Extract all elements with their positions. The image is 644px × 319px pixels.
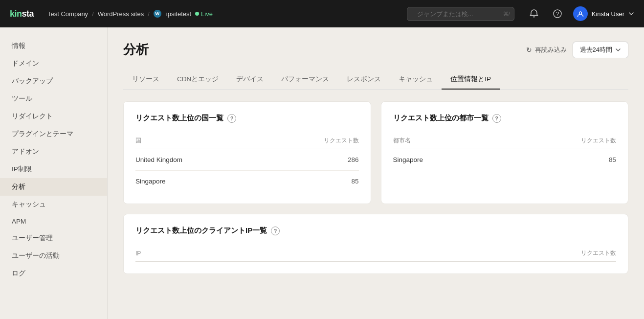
time-filter-label: 過去24時間	[580, 46, 612, 54]
reload-label: 再読み込み	[535, 46, 567, 54]
ip-card: リクエスト数上位のクライアントIP一覧 ? IP リクエスト数	[123, 214, 628, 274]
sidebar-item-backup[interactable]: バックアップ	[0, 72, 107, 90]
table-row: Singapore 85	[393, 149, 617, 171]
country-name: Singapore	[135, 171, 263, 192]
ip-table: IP リクエスト数	[135, 245, 616, 262]
sidebar-item-plugins[interactable]: プラグインとテーマ	[0, 125, 107, 143]
country-requests: 85	[263, 171, 359, 192]
sidebar-item-logs[interactable]: ログ	[0, 265, 107, 282]
city-name: Singapore	[393, 149, 496, 171]
breadcrumb-sep2: /	[148, 10, 150, 18]
page-title: 分析	[123, 41, 149, 58]
sidebar-item-ip-restriction[interactable]: IP制限	[0, 160, 107, 178]
table-row: Singapore 85	[135, 171, 359, 192]
ip-help-icon[interactable]: ?	[271, 227, 280, 235]
tab-response[interactable]: レスポンス	[338, 70, 390, 90]
city-help-icon[interactable]: ?	[492, 114, 501, 123]
global-search[interactable]: ⌘/	[407, 7, 514, 21]
user-menu[interactable]: Kinsta User	[573, 6, 634, 21]
top-cards-row: リクエスト数上位の国一覧 ? 国 リクエスト数 United Kingd	[123, 101, 628, 204]
company-name[interactable]: Test Company	[47, 10, 88, 18]
sidebar-item-addons[interactable]: アドオン	[0, 143, 107, 160]
country-table: 国 リクエスト数 United Kingdom 286 Singapore 85	[135, 133, 359, 192]
sidebar-item-tools[interactable]: ツール	[0, 90, 107, 108]
city-table: 都市名 リクエスト数 Singapore 85	[393, 133, 617, 170]
city-card: リクエスト数上位の都市一覧 ? 都市名 リクエスト数 Singapore	[381, 101, 629, 204]
city-card-title: リクエスト数上位の都市一覧 ?	[393, 114, 617, 123]
avatar	[573, 6, 588, 21]
tab-devices[interactable]: デバイス	[227, 70, 272, 90]
site-name[interactable]: ipsitetest	[166, 10, 191, 18]
tab-cdn[interactable]: CDNとエッジ	[168, 70, 227, 90]
search-input[interactable]	[417, 10, 499, 18]
tab-resources[interactable]: リソース	[123, 70, 168, 90]
main-content: 分析 ↻ 再読み込み 過去24時間 リソース CDNとエッジ デバイス パフォー…	[108, 27, 644, 319]
analytics-tabs: リソース CDNとエッジ デバイス パフォーマンス レスポンス キャッシュ 位置…	[123, 70, 628, 90]
table-row: United Kingdom 286	[135, 149, 359, 171]
live-status-badge: Live	[195, 10, 213, 18]
search-shortcut: ⌘/	[503, 11, 510, 17]
notifications-button[interactable]	[526, 6, 542, 22]
sidebar: 情報 ドメイン バックアップ ツール リダイレクト プラグインとテーマ アドオン…	[0, 27, 108, 319]
page-actions: ↻ 再読み込み 過去24時間	[526, 42, 628, 58]
topnav-icons: ? Kinsta User	[526, 6, 634, 22]
wordpress-sites-link[interactable]: WordPress sites	[98, 10, 144, 18]
sidebar-item-domain[interactable]: ドメイン	[0, 55, 107, 72]
city-requests-header: リクエスト数	[496, 133, 616, 149]
sidebar-item-user-management[interactable]: ユーザー管理	[0, 229, 107, 247]
svg-point-4	[576, 9, 585, 18]
wp-icon: W	[154, 10, 161, 18]
country-requests: 286	[263, 149, 359, 171]
ip-col-header: IP	[135, 245, 201, 262]
page-header: 分析 ↻ 再読み込み 過去24時間	[123, 41, 628, 58]
country-card: リクエスト数上位の国一覧 ? 国 リクエスト数 United Kingd	[123, 101, 371, 204]
tab-cache[interactable]: キャッシュ	[390, 70, 442, 90]
sidebar-item-analytics[interactable]: 分析	[0, 178, 107, 196]
sidebar-item-info[interactable]: 情報	[0, 37, 107, 55]
app-layout: 情報 ドメイン バックアップ ツール リダイレクト プラグインとテーマ アドオン…	[0, 27, 644, 319]
chevron-down-icon	[628, 11, 634, 17]
tab-performance[interactable]: パフォーマンス	[272, 70, 338, 90]
city-col-header: 都市名	[393, 133, 496, 149]
country-col-header: 国	[135, 133, 263, 149]
top-navigation: kinsta Test Company / WordPress sites / …	[0, 0, 644, 27]
help-button[interactable]: ?	[550, 6, 565, 22]
svg-text:?: ?	[555, 11, 559, 18]
user-name: Kinsta User	[592, 10, 624, 18]
breadcrumb: Test Company / WordPress sites / W ipsit…	[47, 10, 213, 18]
breadcrumb-sep1: /	[92, 10, 94, 18]
ip-card-title: リクエスト数上位のクライアントIP一覧 ?	[135, 226, 616, 235]
reload-button[interactable]: ↻ 再読み込み	[526, 46, 567, 54]
sidebar-item-user-activity[interactable]: ユーザーの活動	[0, 247, 107, 265]
tab-geo[interactable]: 位置情報とIP	[442, 70, 500, 90]
kinsta-logo: kinsta	[10, 9, 34, 19]
country-help-icon[interactable]: ?	[227, 114, 236, 123]
sidebar-item-cache[interactable]: キャッシュ	[0, 196, 107, 213]
city-requests: 85	[496, 149, 616, 171]
time-filter-button[interactable]: 過去24時間	[573, 42, 628, 58]
country-requests-header: リクエスト数	[263, 133, 359, 149]
sidebar-item-apm[interactable]: APM	[0, 213, 107, 229]
live-dot-icon	[195, 12, 199, 16]
sidebar-item-redirect[interactable]: リダイレクト	[0, 108, 107, 125]
country-card-title: リクエスト数上位の国一覧 ?	[135, 114, 359, 123]
chevron-down-icon	[615, 47, 621, 53]
reload-icon: ↻	[526, 46, 532, 54]
ip-requests-header: リクエスト数	[201, 245, 616, 262]
country-name: United Kingdom	[135, 149, 263, 171]
